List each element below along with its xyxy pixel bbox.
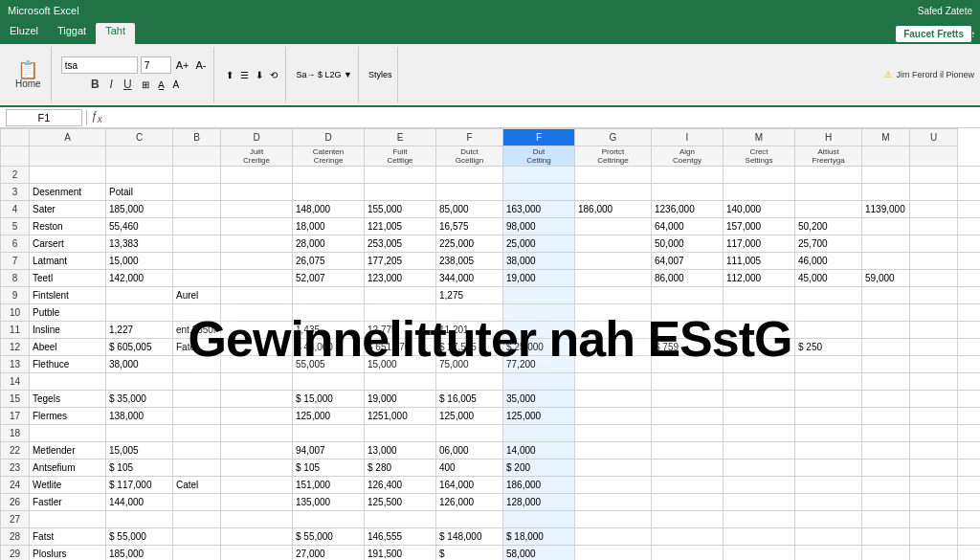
cell[interactable]: [436, 184, 503, 201]
cell[interactable]: [30, 425, 106, 442]
wrap-btn[interactable]: ⟲: [268, 70, 279, 80]
cell[interactable]: Antsefium: [30, 459, 106, 477]
cell[interactable]: Fatst: [30, 528, 106, 546]
cell[interactable]: 19,000: [365, 391, 436, 408]
underline-btn[interactable]: U: [120, 76, 136, 93]
cell[interactable]: ent,2350r: [173, 322, 221, 339]
cell[interactable]: [795, 356, 862, 373]
cell[interactable]: 253,005: [365, 235, 436, 253]
cell[interactable]: [958, 287, 981, 304]
col-header-g[interactable]: G: [575, 129, 652, 146]
cell[interactable]: 46,000: [795, 253, 862, 270]
cell[interactable]: [724, 511, 795, 528]
cell[interactable]: Ploslurs: [30, 546, 106, 561]
cell[interactable]: [436, 425, 503, 442]
cell[interactable]: [910, 356, 958, 373]
cell[interactable]: $ 16,005: [436, 391, 503, 408]
cell[interactable]: 185,000: [106, 201, 173, 218]
cell[interactable]: [221, 287, 293, 304]
cell[interactable]: [652, 528, 724, 546]
cell[interactable]: Fastler: [30, 494, 106, 511]
cell[interactable]: $ 35,000: [106, 391, 173, 408]
cell[interactable]: [862, 511, 910, 528]
cell[interactable]: 1,227: [106, 322, 173, 339]
cell[interactable]: [173, 511, 221, 528]
bold-btn[interactable]: B: [87, 76, 103, 93]
cell[interactable]: 15,000: [365, 356, 436, 373]
cell[interactable]: [795, 425, 862, 442]
cell[interactable]: Insline: [30, 322, 106, 339]
cell[interactable]: [436, 304, 503, 322]
cell[interactable]: [652, 459, 724, 477]
cell[interactable]: [724, 546, 795, 561]
cell[interactable]: [910, 270, 958, 287]
cell[interactable]: [862, 322, 910, 339]
cell[interactable]: [910, 304, 958, 322]
cell[interactable]: [503, 167, 575, 184]
tab-tiggat[interactable]: Tiggat: [48, 23, 96, 44]
cell[interactable]: [106, 511, 173, 528]
cell[interactable]: [795, 322, 862, 339]
cell[interactable]: [862, 235, 910, 253]
cell[interactable]: [862, 167, 910, 184]
cell[interactable]: [795, 546, 862, 561]
cell[interactable]: [173, 528, 221, 546]
cell[interactable]: [173, 167, 221, 184]
cell[interactable]: [652, 477, 724, 494]
cell[interactable]: [958, 425, 981, 442]
cell[interactable]: [30, 167, 106, 184]
cell[interactable]: 94,007: [293, 442, 365, 459]
cell[interactable]: [958, 528, 981, 546]
cell[interactable]: 238,005: [436, 253, 503, 270]
cell[interactable]: 144,000: [106, 494, 173, 511]
cell[interactable]: [221, 322, 293, 339]
cell[interactable]: [958, 373, 981, 391]
cell[interactable]: [173, 408, 221, 425]
cell-reference-box[interactable]: [6, 109, 82, 126]
cell[interactable]: 138,000: [106, 408, 173, 425]
cell[interactable]: [910, 201, 958, 218]
cell[interactable]: 155,000: [365, 201, 436, 218]
cell[interactable]: [173, 425, 221, 442]
cell[interactable]: [365, 167, 436, 184]
cell[interactable]: 13,383: [106, 235, 173, 253]
cell[interactable]: [173, 373, 221, 391]
cell[interactable]: [575, 511, 652, 528]
cell[interactable]: 1236,000: [652, 201, 724, 218]
cell[interactable]: [910, 339, 958, 356]
cell[interactable]: [575, 287, 652, 304]
cell[interactable]: [30, 373, 106, 391]
cell[interactable]: [503, 373, 575, 391]
cell[interactable]: [173, 184, 221, 201]
cell[interactable]: [173, 304, 221, 322]
cell[interactable]: [221, 425, 293, 442]
cell[interactable]: [910, 235, 958, 253]
cell[interactable]: $ 651,170: [365, 339, 436, 356]
col-header-f1[interactable]: F: [436, 129, 503, 146]
cell[interactable]: 125,000: [436, 408, 503, 425]
cell[interactable]: [652, 287, 724, 304]
cell[interactable]: [575, 339, 652, 356]
cell[interactable]: Reston: [30, 218, 106, 235]
cell[interactable]: [862, 442, 910, 459]
cell[interactable]: 13,000: [365, 442, 436, 459]
cell[interactable]: [221, 459, 293, 477]
cell[interactable]: 126,000: [436, 494, 503, 511]
cell[interactable]: 140,000: [724, 201, 795, 218]
cell[interactable]: [910, 477, 958, 494]
cell[interactable]: [503, 511, 575, 528]
cell[interactable]: [910, 528, 958, 546]
cell[interactable]: [724, 391, 795, 408]
cell[interactable]: Putble: [30, 304, 106, 322]
cell[interactable]: [365, 425, 436, 442]
cell[interactable]: [173, 459, 221, 477]
cell[interactable]: [724, 322, 795, 339]
cell[interactable]: [724, 373, 795, 391]
cell[interactable]: [795, 304, 862, 322]
cell[interactable]: 112,000: [724, 270, 795, 287]
cell[interactable]: [221, 270, 293, 287]
cell[interactable]: [293, 304, 365, 322]
tab-eluzel[interactable]: Eluzel: [0, 23, 48, 44]
cell[interactable]: [575, 373, 652, 391]
cell[interactable]: [910, 494, 958, 511]
